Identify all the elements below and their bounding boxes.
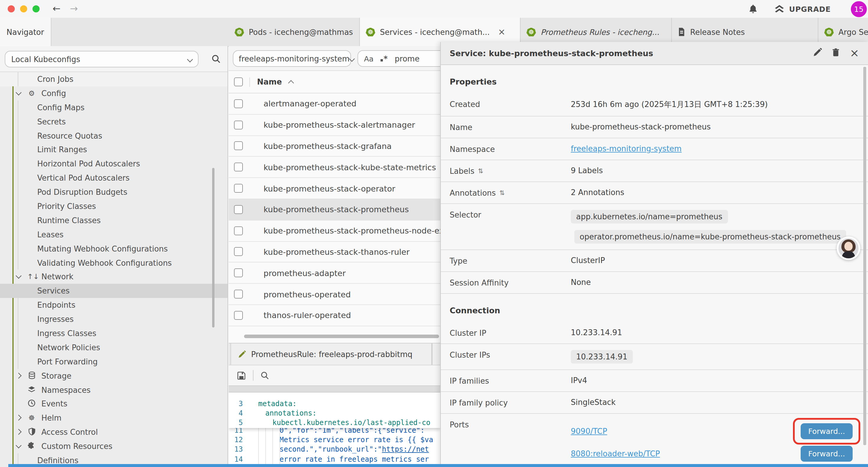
row-checkbox[interactable] <box>234 120 243 129</box>
user-avatar[interactable] <box>837 236 860 260</box>
edit-icon[interactable] <box>813 48 822 59</box>
sidebar-item-resource-quotas[interactable]: Resource Quotas <box>0 128 227 143</box>
chevron-down-icon[interactable] <box>16 273 22 279</box>
port-link[interactable]: 8080:reloader-web/TCP <box>571 449 660 458</box>
minimize-window-button[interactable] <box>20 5 27 12</box>
sidebar-item-ingresses[interactable]: Ingresses <box>0 312 227 326</box>
table-row[interactable]: kube-prometheus-stack-grafana <box>229 136 440 157</box>
table-row[interactable]: prometheus-operated <box>229 284 440 305</box>
forward-button[interactable]: Forward... <box>801 423 852 439</box>
row-checkbox[interactable] <box>234 311 243 320</box>
sidebar-item-config-maps[interactable]: Config Maps <box>0 100 227 115</box>
sidebar-item-runtime-classes[interactable]: Runtime Classes <box>0 213 227 228</box>
row-checkbox[interactable] <box>234 142 243 150</box>
namespace-filter-dropdown[interactable]: freeleaps-monitoring-system <box>233 50 351 67</box>
row-checkbox[interactable] <box>234 205 243 214</box>
sort-updown-icon[interactable]: ⇅ <box>478 167 483 175</box>
sidebar-search-icon[interactable] <box>212 54 220 65</box>
row-checkbox[interactable] <box>234 163 243 172</box>
close-icon[interactable]: × <box>498 27 505 37</box>
sidebar-item-validating-webhook-configurations[interactable]: Validating Webhook Configurations <box>0 256 227 270</box>
sidebar-item-namespaces[interactable]: Namespaces <box>0 383 227 397</box>
row-checkbox[interactable] <box>234 247 243 256</box>
back-arrow-icon[interactable]: ← <box>53 4 61 13</box>
row-checkbox[interactable] <box>234 184 243 193</box>
sidebar-item-helm[interactable]: ☸Helm <box>0 411 227 425</box>
table-horizontal-scrollbar[interactable] <box>244 334 439 338</box>
tab-label: Release Notes <box>690 28 745 36</box>
table-row[interactable]: kube-prometheus-stack-thanos-ruler <box>229 241 440 263</box>
sidebar-item-vertical-pod-autoscalers[interactable]: Vertical Pod Autoscalers <box>0 171 227 185</box>
table-row[interactable]: alertmanager-operated <box>229 93 440 115</box>
notification-count-badge[interactable]: 15 <box>851 1 867 17</box>
notifications-bell-icon[interactable] <box>749 4 758 13</box>
editor-tab-next[interactable] <box>432 344 440 365</box>
save-icon[interactable] <box>237 371 246 380</box>
sidebar-item-secrets[interactable]: Secrets <box>0 114 227 128</box>
name-column-header[interactable]: Name <box>257 78 282 86</box>
chevron-down-icon[interactable] <box>16 442 22 448</box>
table-row[interactable]: kube-prometheus-stack-alertmanager <box>229 115 440 136</box>
maximize-window-button[interactable] <box>32 5 39 12</box>
forward-arrow-icon[interactable]: → <box>70 4 78 13</box>
tab-0[interactable]: ☸Pods - icecheng@mathmas... <box>229 18 360 46</box>
row-checkbox[interactable] <box>234 269 243 278</box>
sidebar-scrollbar[interactable] <box>212 168 215 327</box>
table-row[interactable]: thanos-ruler-operated <box>229 305 440 326</box>
sidebar-item-access-control[interactable]: Access Control <box>0 425 227 439</box>
sidebar-item-storage[interactable]: Storage <box>0 369 227 383</box>
sidebar-item-services[interactable]: Services <box>0 284 227 298</box>
table-row[interactable]: kube-prometheus-stack-prometheus <box>229 199 440 221</box>
sidebar-item-network[interactable]: ↑↓Network <box>0 270 227 284</box>
sidebar-item-horizontal-pod-autoscalers[interactable]: Horizontal Pod Autoscalers <box>0 157 227 171</box>
chevron-right-icon[interactable] <box>16 415 22 421</box>
row-checkbox[interactable] <box>234 226 243 235</box>
chevron-right-icon[interactable] <box>16 429 22 435</box>
detail-row-ip-families: IP familiesIPv4 <box>441 370 868 391</box>
table-row[interactable]: kube-prometheus-stack-prometheus-node-ex… <box>229 221 440 242</box>
row-checkbox[interactable] <box>234 99 243 108</box>
kubernetes-icon: ☸ <box>824 28 834 36</box>
regex-icon[interactable]: * <box>380 54 388 63</box>
sort-asc-icon[interactable] <box>288 80 294 86</box>
row-checkbox[interactable] <box>234 290 243 298</box>
delete-icon[interactable] <box>832 48 840 59</box>
code-text: annotations: <box>249 409 316 418</box>
editor-tab-prometheusrule[interactable]: PrometheusRule: freeleaps-prod-rabbitmq <box>230 344 432 365</box>
code-link[interactable]: https://net <box>382 445 429 454</box>
close-window-button[interactable] <box>8 5 15 12</box>
sidebar-item-endpoints[interactable]: Endpoints <box>0 298 227 313</box>
forward-button[interactable]: Forward... <box>801 445 852 461</box>
sidebar-item-cron-jobs[interactable]: Cron Jobs <box>0 72 227 86</box>
table-row[interactable]: kube-prometheus-stack-operator <box>229 178 440 199</box>
kubeconfig-selector[interactable]: Local Kubeconfigs <box>5 51 198 67</box>
close-icon[interactable]: × <box>850 47 859 58</box>
sidebar-item-network-policies[interactable]: Network Policies <box>0 341 227 355</box>
table-row[interactable]: kube-prometheus-stack-kube-state-metrics <box>229 157 440 178</box>
sidebar-item-leases[interactable]: Leases <box>0 228 227 242</box>
select-all-checkbox[interactable] <box>234 78 243 86</box>
list-search-input[interactable]: Aa * prome <box>358 50 440 67</box>
port-link[interactable]: 9090/TCP <box>571 427 607 435</box>
upgrade-button[interactable]: UPGRADE <box>774 4 831 13</box>
yaml-editor[interactable]: 110","for":"1m","labels":{"service":12Me… <box>229 392 440 467</box>
value-link[interactable]: freeleaps-monitoring-system <box>571 144 682 153</box>
sidebar-item-ingress-classes[interactable]: Ingress Classes <box>0 326 227 341</box>
chevron-down-icon[interactable] <box>16 90 22 95</box>
navigator-panel-tab[interactable]: Navigator <box>0 18 52 46</box>
sort-updown-icon[interactable]: ⇅ <box>499 189 505 197</box>
sidebar-item-mutating-webhook-configurations[interactable]: Mutating Webhook Configurations <box>0 241 227 256</box>
sidebar-item-custom-resources[interactable]: Custom Resources <box>0 439 227 454</box>
sidebar-item-priority-classes[interactable]: Priority Classes <box>0 199 227 213</box>
match-case-icon[interactable]: Aa <box>364 54 373 63</box>
sidebar-item-port-forwarding[interactable]: Port Forwarding <box>0 355 227 369</box>
code-text: second.","runbook_url":"https://net <box>249 445 429 454</box>
chevron-right-icon[interactable] <box>16 372 22 378</box>
sidebar-item-events[interactable]: Events <box>0 397 227 411</box>
sidebar-item-pod-disruption-budgets[interactable]: Pod Disruption Budgets <box>0 185 227 199</box>
sidebar-item-config[interactable]: ⚙Config <box>0 86 227 100</box>
table-row[interactable]: prometheus-adapter <box>229 263 440 284</box>
editor-search-icon[interactable] <box>260 371 269 380</box>
sidebar-item-limit-ranges[interactable]: Limit Ranges <box>0 143 227 157</box>
detail-scrollbar[interactable] <box>863 67 866 445</box>
